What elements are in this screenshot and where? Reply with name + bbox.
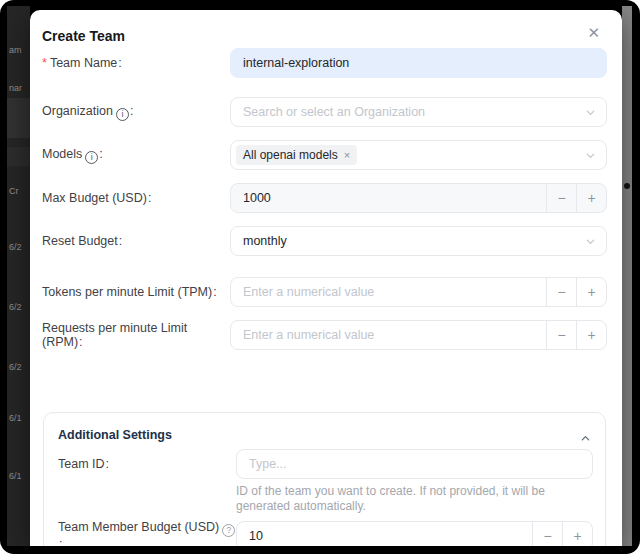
info-icon: i xyxy=(85,151,98,164)
increment-button[interactable]: + xyxy=(577,184,606,212)
organization-placeholder: Search or select an Organization xyxy=(243,105,425,119)
create-team-modal: Create Team ✕ *Team Name: Organizationi:… xyxy=(30,10,622,546)
decrement-button[interactable]: − xyxy=(547,184,576,212)
reset-budget-row: Reset Budget: monthly xyxy=(42,226,607,256)
additional-settings-header[interactable]: Additional Settings xyxy=(58,425,593,445)
max-budget-input[interactable] xyxy=(231,184,546,212)
chevron-up-icon[interactable] xyxy=(580,430,591,448)
team-name-input[interactable] xyxy=(230,48,607,78)
increment-button[interactable]: + xyxy=(577,321,606,349)
required-asterisk: * xyxy=(42,56,47,70)
backdrop-text-fragment: 6/2 xyxy=(9,362,22,372)
backdrop-text-fragment: 6/1 xyxy=(9,471,22,481)
organization-label: Organizationi: xyxy=(42,104,230,121)
tpm-label: Tokens per minute Limit (TPM): xyxy=(42,285,230,299)
increment-button[interactable]: + xyxy=(563,522,592,547)
close-icon[interactable]: ✕ xyxy=(587,24,600,42)
info-icon: i xyxy=(116,108,129,121)
team-member-budget-stepper: − + xyxy=(236,521,593,547)
window: am nar Cr 6/2 6/2 6/2 6/1 6/1 Create Tea… xyxy=(0,0,640,554)
tpm-input[interactable] xyxy=(231,278,546,306)
question-icon: ? xyxy=(222,524,235,537)
backdrop-text-fragment: 6/2 xyxy=(9,242,22,252)
dimmed-background-row xyxy=(7,98,30,138)
models-select[interactable]: All openai models × xyxy=(230,140,607,170)
team-id-help-text: ID of the team you want to create. If no… xyxy=(236,484,593,514)
chevron-down-icon xyxy=(585,107,596,121)
team-id-row: Team ID: ID of the team you want to crea… xyxy=(58,449,593,514)
team-member-budget-row: Team Member Budget (USD)?: − + xyxy=(58,520,593,546)
team-member-budget-label: Team Member Budget (USD)?: xyxy=(58,520,236,546)
rpm-input[interactable] xyxy=(231,321,546,349)
scrollbar-dot xyxy=(624,183,630,189)
additional-settings-card: Additional Settings Team ID: ID of the t… xyxy=(43,412,606,546)
rpm-label: Requests per minute Limit (RPM): xyxy=(42,321,230,349)
backdrop-text-fragment: Cr xyxy=(9,186,19,196)
organization-row: Organizationi: Search or select an Organ… xyxy=(42,97,607,127)
models-row: Modelsi: All openai models × xyxy=(42,140,607,170)
max-budget-row: Max Budget (USD): − + xyxy=(42,183,607,213)
backdrop-text-fragment: 6/2 xyxy=(9,302,22,312)
decrement-button[interactable]: − xyxy=(547,321,576,349)
team-id-label: Team ID: xyxy=(58,449,236,471)
additional-settings-title: Additional Settings xyxy=(58,428,172,442)
tpm-stepper: − + xyxy=(230,277,607,307)
models-label: Modelsi: xyxy=(42,147,230,164)
max-budget-stepper: − + xyxy=(230,183,607,213)
backdrop-text-fragment: 6/1 xyxy=(9,413,22,423)
max-budget-label: Max Budget (USD): xyxy=(42,191,230,205)
organization-select[interactable]: Search or select an Organization xyxy=(230,97,607,127)
tpm-row: Tokens per minute Limit (TPM): − + xyxy=(42,277,607,307)
reset-budget-select[interactable]: monthly xyxy=(230,226,607,256)
modal-header: Create Team ✕ xyxy=(42,26,607,46)
decrement-button[interactable]: − xyxy=(533,522,562,547)
backdrop-text-fragment: am xyxy=(9,45,22,55)
modal-title: Create Team xyxy=(42,28,125,44)
rpm-row: Requests per minute Limit (RPM): − + xyxy=(42,320,607,350)
team-member-budget-input[interactable] xyxy=(237,522,532,547)
reset-budget-label: Reset Budget: xyxy=(42,234,230,248)
model-tag: All openai models × xyxy=(236,145,357,165)
chevron-down-icon xyxy=(585,150,596,164)
team-name-row: *Team Name: xyxy=(42,48,607,78)
tag-remove-icon[interactable]: × xyxy=(344,149,350,161)
dimmed-background-right xyxy=(622,6,632,546)
backdrop-text-fragment: nar xyxy=(9,83,22,93)
reset-budget-value: monthly xyxy=(243,234,287,248)
team-name-label: *Team Name: xyxy=(42,56,230,70)
chevron-down-icon xyxy=(585,236,596,250)
increment-button[interactable]: + xyxy=(577,278,606,306)
team-id-input[interactable] xyxy=(236,449,593,479)
rpm-stepper: − + xyxy=(230,320,607,350)
decrement-button[interactable]: − xyxy=(547,278,576,306)
dimmed-background-row xyxy=(7,147,30,166)
